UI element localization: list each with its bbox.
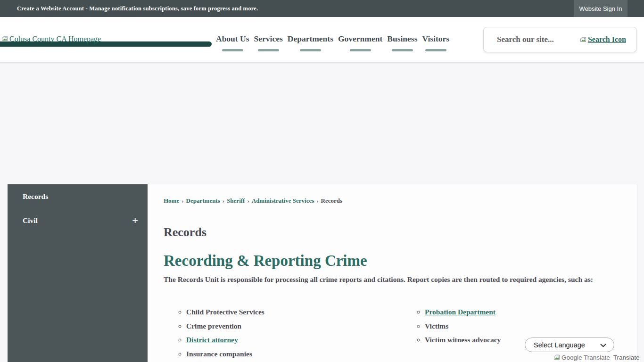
district-attorney-link[interactable]: District attorney bbox=[186, 336, 238, 344]
breadcrumb-separator: › bbox=[220, 197, 227, 204]
nav-label: Visitors bbox=[422, 34, 449, 44]
list-item-label: Victim witness advocacy bbox=[425, 336, 501, 344]
search-input[interactable] bbox=[497, 27, 577, 52]
section-heading: Recording & Reporting Crime bbox=[164, 252, 637, 270]
logo-alt-text: Colusa County CA Homepage bbox=[9, 35, 101, 43]
language-select[interactable]: Select Language bbox=[525, 337, 614, 352]
main-content: Home›Departments›Sheriff›Administrative … bbox=[164, 184, 637, 362]
search-submit-link[interactable]: Search Icon bbox=[579, 27, 626, 52]
content-panel: Records Civil + Home›Departments›Sheriff… bbox=[8, 184, 637, 362]
probation-department-link[interactable]: Probation Department bbox=[425, 308, 495, 316]
breadcrumb: Home›Departments›Sheriff›Administrative … bbox=[164, 197, 637, 205]
breadcrumb-separator: › bbox=[179, 197, 186, 204]
breadcrumb-link-administrative-services[interactable]: Administrative Services bbox=[252, 197, 314, 204]
breadcrumb-current: Records bbox=[321, 197, 343, 204]
breadcrumb-link-departments[interactable]: Departments bbox=[186, 197, 220, 204]
nav-label: Services bbox=[254, 34, 283, 44]
nav-item-government[interactable]: Government bbox=[338, 28, 382, 51]
site-header: Colusa County CA Homepage About Us Servi… bbox=[0, 17, 644, 63]
sidebar-item-records[interactable]: Records bbox=[8, 184, 148, 208]
list-item-label: Insurance companies bbox=[186, 350, 252, 358]
list-item: Child Protective Services bbox=[186, 308, 402, 316]
site-search: Search Icon bbox=[483, 27, 637, 52]
list-item-label: Crime prevention bbox=[186, 322, 241, 330]
page-title: Records bbox=[164, 225, 637, 239]
broken-image-icon bbox=[579, 36, 587, 43]
nav-underline bbox=[222, 49, 243, 51]
nav-item-visitors[interactable]: Visitors bbox=[422, 28, 449, 51]
nav-underline bbox=[258, 49, 279, 51]
breadcrumb-link-home[interactable]: Home bbox=[164, 197, 179, 204]
top-utility-bar: Create a Website Account - Manage notifi… bbox=[0, 0, 644, 17]
intro-paragraph: The Records Unit is responsible for proc… bbox=[164, 275, 637, 284]
list-item: District attorney bbox=[186, 336, 402, 344]
breadcrumb-separator: › bbox=[314, 197, 321, 204]
translate-label: Translate bbox=[613, 354, 640, 361]
chevron-down-icon bbox=[600, 341, 606, 349]
nav-label: About Us bbox=[216, 34, 249, 44]
list-item-label: Child Protective Services bbox=[186, 308, 264, 316]
nav-underline bbox=[425, 49, 446, 51]
sidebar-item-label: Civil bbox=[23, 216, 38, 225]
list-item: Victims bbox=[425, 322, 637, 330]
nav-item-about-us[interactable]: About Us bbox=[216, 28, 249, 51]
expand-plus-icon[interactable]: + bbox=[132, 216, 138, 225]
nav-underline bbox=[392, 49, 413, 51]
nav-label: Business bbox=[387, 34, 417, 44]
list-item: Insurance companies bbox=[186, 350, 402, 358]
nav-label: Departments bbox=[288, 34, 333, 44]
language-select-value: Select Language bbox=[534, 341, 585, 349]
nav-label: Government bbox=[338, 34, 382, 44]
main-navigation: About Us Services Departments Government… bbox=[214, 17, 452, 63]
search-icon-alt-text: Search Icon bbox=[588, 35, 626, 44]
website-sign-in-button[interactable]: Website Sign In bbox=[574, 0, 627, 17]
section-sidebar: Records Civil + bbox=[8, 184, 148, 362]
list-item: Probation Department bbox=[425, 308, 637, 316]
nav-item-business[interactable]: Business bbox=[387, 28, 417, 51]
nav-item-services[interactable]: Services bbox=[254, 28, 283, 51]
broken-image-icon bbox=[553, 354, 561, 361]
sidebar-item-label: Records bbox=[23, 192, 48, 201]
list-item: Crime prevention bbox=[186, 322, 402, 330]
list-item-label: Victims bbox=[425, 322, 448, 330]
nav-item-departments[interactable]: Departments bbox=[288, 28, 333, 51]
google-translate-alt-text: Google Translate bbox=[561, 354, 610, 361]
sidebar-item-civil[interactable]: Civil + bbox=[8, 208, 148, 232]
home-logo-link[interactable]: Colusa County CA Homepage bbox=[1, 35, 101, 43]
breadcrumb-separator: › bbox=[245, 197, 251, 204]
google-translate-attribution: Google Translate Translate bbox=[553, 354, 640, 361]
account-promo-message: Create a Website Account - Manage notifi… bbox=[17, 0, 258, 17]
nav-underline bbox=[300, 49, 321, 51]
breadcrumb-link-sheriff[interactable]: Sheriff bbox=[227, 197, 245, 204]
nav-underline bbox=[350, 49, 371, 51]
agency-list-left: Child Protective Services Crime preventi… bbox=[164, 308, 402, 362]
broken-image-icon bbox=[1, 35, 8, 42]
